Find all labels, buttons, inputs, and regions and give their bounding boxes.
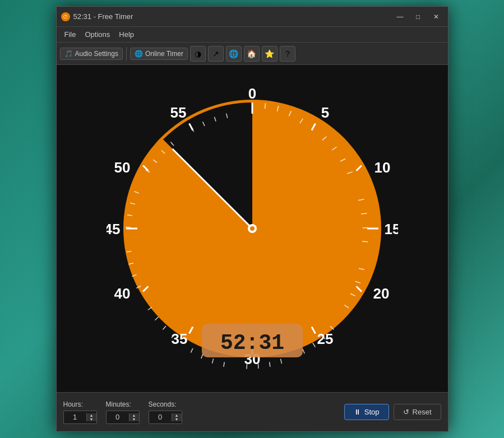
- toolbar: 🎵 Audio Settings 🌐 Online Timer ◑ ↗ 🌐 🏠 …: [57, 43, 448, 65]
- hours-group: Hours: ▲ ▼: [63, 400, 97, 424]
- reset-button[interactable]: ↺ Reset: [394, 404, 441, 420]
- hours-up[interactable]: ▲: [87, 413, 96, 417]
- menu-file[interactable]: File: [60, 29, 81, 40]
- seconds-label: Seconds:: [149, 400, 182, 408]
- seconds-arrows: ▲ ▼: [172, 413, 182, 421]
- reset-icon: ↺: [403, 408, 409, 416]
- svg-text:20: 20: [373, 285, 389, 302]
- svg-text:40: 40: [114, 285, 130, 302]
- minutes-group: Minutes: ▲ ▼: [106, 400, 140, 424]
- minutes-up[interactable]: ▲: [130, 413, 139, 417]
- favorite-button[interactable]: ⭐: [262, 46, 278, 62]
- svg-line-37: [223, 362, 224, 367]
- svg-line-48: [126, 251, 131, 252]
- svg-line-43: [155, 317, 158, 320]
- svg-line-40: [191, 348, 193, 353]
- maximize-button[interactable]: □: [411, 11, 426, 22]
- svg-line-39: [201, 354, 202, 358]
- home-button[interactable]: 🏠: [244, 46, 260, 62]
- menu-help[interactable]: Help: [114, 29, 138, 40]
- window-title: 52:31 - Free Timer: [73, 12, 393, 21]
- svg-point-77: [250, 226, 255, 231]
- fullscreen-button[interactable]: ↗: [208, 46, 224, 62]
- help-button[interactable]: ?: [280, 46, 295, 62]
- svg-text:52:31: 52:31: [220, 331, 284, 355]
- hours-arrows: ▲ ▼: [86, 413, 96, 421]
- hours-label: Hours:: [63, 400, 97, 408]
- music-icon: 🎵: [64, 50, 73, 58]
- action-buttons: ⏸ Stop ↺ Reset: [344, 404, 441, 420]
- seconds-group: Seconds: ▲ ▼: [149, 400, 182, 424]
- minutes-input[interactable]: [107, 413, 129, 421]
- minutes-input-wrap: ▲ ▼: [106, 411, 140, 424]
- svg-line-38: [212, 358, 213, 363]
- hours-input[interactable]: [64, 413, 86, 421]
- pause-icon: ⏸: [354, 408, 361, 416]
- online-timer-label: Online Timer: [145, 50, 183, 58]
- minutes-arrows: ▲ ▼: [129, 413, 139, 421]
- bottom-bar: Hours: ▲ ▼ Minutes: ▲ ▼ Seconds:: [57, 392, 448, 431]
- minutes-down[interactable]: ▼: [130, 417, 139, 421]
- stop-button[interactable]: ⏸ Stop: [344, 404, 389, 420]
- svg-line-22: [361, 213, 367, 214]
- audio-settings-label: Audio Settings: [75, 50, 118, 58]
- svg-line-32: [302, 349, 304, 353]
- globe2-button[interactable]: 🌐: [226, 46, 242, 62]
- svg-text:10: 10: [374, 159, 390, 176]
- online-timer-button[interactable]: 🌐 Online Timer: [130, 48, 188, 60]
- stop-label: Stop: [364, 408, 380, 416]
- menu-options[interactable]: Options: [80, 29, 114, 40]
- svg-text:35: 35: [171, 330, 187, 347]
- svg-line-34: [269, 362, 270, 367]
- svg-line-42: [163, 326, 166, 330]
- theme-toggle-button[interactable]: ◑: [190, 46, 206, 62]
- window-controls: — □ ✕: [393, 11, 443, 22]
- svg-text:55: 55: [170, 104, 186, 121]
- globe-icon: 🌐: [135, 50, 143, 58]
- hours-input-wrap: ▲ ▼: [63, 411, 97, 424]
- audio-settings-button[interactable]: 🎵 Audio Settings: [60, 48, 123, 60]
- title-bar: ⏱ 52:31 - Free Timer — □ ✕: [57, 7, 448, 27]
- seconds-input[interactable]: [149, 413, 172, 421]
- svg-text:50: 50: [114, 159, 130, 176]
- reset-label: Reset: [413, 408, 432, 416]
- app-icon: ⏱: [61, 12, 70, 21]
- app-window: ⏱ 52:31 - Free Timer — □ ✕ File Options …: [56, 6, 448, 432]
- menu-bar: File Options Help: [57, 27, 448, 43]
- seconds-up[interactable]: ▲: [172, 413, 182, 417]
- hours-down[interactable]: ▼: [87, 417, 96, 421]
- seconds-input-wrap: ▲ ▼: [149, 411, 182, 424]
- svg-text:5: 5: [321, 104, 329, 121]
- svg-text:25: 25: [317, 330, 333, 347]
- toolbar-separator: [126, 47, 127, 60]
- clock-svg: 0 5 10 15 20 25 30 35 40 45 50 55 52:31: [107, 83, 398, 374]
- clock-area: 0 5 10 15 20 25 30 35 40 45 50 55 52:31: [57, 65, 448, 392]
- close-button[interactable]: ✕: [429, 11, 443, 22]
- minutes-label: Minutes:: [106, 400, 140, 408]
- svg-text:45: 45: [107, 221, 120, 237]
- svg-line-24: [362, 241, 368, 242]
- minimize-button[interactable]: —: [393, 11, 408, 22]
- svg-text:15: 15: [384, 221, 397, 237]
- svg-line-33: [280, 359, 281, 364]
- svg-line-31: [312, 343, 315, 347]
- clock-container: 0 5 10 15 20 25 30 35 40 45 50 55 52:31: [107, 83, 398, 374]
- svg-text:0: 0: [248, 85, 256, 102]
- seconds-down[interactable]: ▼: [172, 417, 182, 421]
